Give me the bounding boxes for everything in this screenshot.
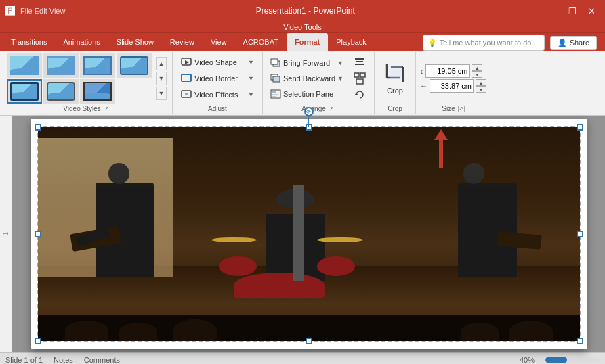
tab-view[interactable]: View (203, 33, 235, 51)
close-button[interactable]: ✕ (583, 3, 600, 19)
svg-rect-18 (356, 79, 363, 84)
style-thumb-2[interactable] (43, 53, 79, 78)
selection-pane-button[interactable]: Selection Pane (267, 87, 347, 101)
video-effects-arrow: ▼ (248, 91, 254, 98)
height-spin-up[interactable]: ▲ (472, 64, 482, 71)
svg-marker-1 (185, 60, 189, 64)
scroll-down-button[interactable]: ▼ (156, 72, 167, 85)
thumb-inner-4 (120, 56, 148, 75)
thumb-inner-2 (47, 56, 75, 75)
style-thumb-7[interactable] (80, 79, 115, 104)
style-scroll-buttons: ▲ ▼ ▼ (154, 57, 167, 100)
video-styles-label: Video Styles ↗ (7, 104, 167, 112)
svg-rect-12 (272, 96, 276, 97)
title-bar-left: 🅿 File Edit View (5, 5, 65, 16)
svg-rect-17 (360, 73, 365, 77)
size-group: ↕ ▲ ▼ ↔ ▲ ▼ Size ↗ (416, 52, 491, 114)
bring-forward-button[interactable]: Bring Forward ▼ (267, 55, 347, 70)
rotate-button[interactable] (352, 87, 370, 102)
arrow-head-up (434, 129, 448, 140)
video-border-button[interactable]: Video Border ▼ (177, 71, 258, 86)
style-thumb-6[interactable] (43, 79, 79, 104)
width-input[interactable] (430, 79, 474, 93)
tab-review[interactable]: Review (162, 33, 203, 51)
width-input-row: ↔ ▲ ▼ (420, 79, 486, 93)
svg-rect-13 (355, 58, 364, 60)
svg-rect-11 (272, 94, 278, 95)
handle-bottom-left[interactable] (35, 338, 41, 344)
ribbon-tabs: Transitions Animations Slide Show Review… (0, 33, 605, 51)
drum-kit (211, 234, 363, 298)
lightbulb-icon: 💡 (427, 39, 437, 47)
style-thumb-row-2 (7, 79, 152, 104)
video-effects-button[interactable]: Video Effects ▼ (177, 87, 258, 102)
crop-label: Crop (379, 104, 411, 112)
size-expand[interactable]: ↗ (458, 106, 465, 112)
thumb-inner-1 (10, 56, 39, 75)
height-spin-down[interactable]: ▼ (472, 71, 482, 78)
svg-rect-8 (273, 76, 280, 82)
align-icon (354, 56, 366, 68)
app-title: Presentation1 - PowerPoint (65, 6, 545, 16)
width-spin-up[interactable]: ▲ (476, 79, 486, 86)
crop-button[interactable]: Crop (379, 60, 411, 97)
video-styles-content: ▲ ▼ ▼ (7, 53, 167, 104)
style-thumb-4[interactable] (117, 53, 152, 78)
handle-top-right[interactable] (577, 124, 583, 131)
video-element[interactable]: ⟳ (37, 126, 581, 342)
svg-marker-19 (354, 93, 358, 95)
crop-icon (384, 63, 406, 85)
handle-middle-left[interactable] (35, 231, 41, 237)
tab-format[interactable]: Format (287, 33, 328, 51)
canvas-area: ⟳ (12, 116, 605, 352)
style-thumb-5[interactable] (7, 79, 42, 104)
zoom-fill (545, 357, 567, 363)
group-button[interactable] (352, 71, 370, 86)
tab-playback[interactable]: Playback (328, 33, 375, 51)
svg-rect-10 (272, 91, 276, 93)
handle-top-left[interactable] (35, 124, 41, 131)
svg-rect-14 (356, 61, 363, 62)
size-content: ↕ ▲ ▼ ↔ ▲ ▼ (420, 53, 486, 104)
style-thumb-3[interactable] (80, 53, 115, 78)
video-styles-expand[interactable]: ↗ (104, 106, 110, 112)
tab-animations[interactable]: Animations (55, 33, 108, 51)
rotation-line (308, 116, 309, 127)
arrange-label: Arrange ↗ (267, 104, 370, 112)
style-thumb-1[interactable] (7, 53, 42, 78)
height-input[interactable] (425, 64, 470, 78)
rotate-icon (354, 89, 366, 101)
restore-button[interactable]: ❐ (564, 3, 581, 19)
tell-me-placeholder: Tell me what you want to do... (440, 39, 538, 47)
svg-rect-24 (390, 66, 402, 79)
adjust-label: Adjust (177, 104, 258, 112)
group-icon (354, 72, 366, 85)
video-shape-button[interactable]: Video Shape ▼ (177, 55, 258, 70)
width-spin-down[interactable]: ▼ (476, 86, 486, 93)
align-button[interactable] (352, 55, 370, 70)
arrange-expand[interactable]: ↗ (329, 106, 335, 112)
scroll-up-button[interactable]: ▲ (156, 57, 167, 70)
tell-me-input[interactable]: 💡 Tell me what you want to do... (423, 35, 545, 51)
thumb-inner-5 (10, 82, 39, 101)
zoom-slider[interactable] (545, 357, 600, 363)
stage-light (38, 127, 580, 191)
slide-canvas: ⟳ (31, 119, 587, 349)
zoom-level: 40% (520, 356, 535, 364)
tab-transitions[interactable]: Transitions (3, 33, 55, 51)
send-backward-button[interactable]: Send Backward ▼ (267, 71, 347, 86)
handle-bottom-right[interactable] (577, 338, 583, 344)
arrow-shaft (439, 140, 443, 168)
share-button[interactable]: 👤 Share (550, 36, 597, 50)
rotation-circle[interactable]: ⟳ (304, 107, 314, 116)
height-spinner: ▲ ▼ (472, 64, 482, 78)
handle-middle-right[interactable] (577, 231, 583, 237)
thumb-inner-7 (83, 82, 112, 101)
tab-acrobat[interactable]: ACROBAT (235, 33, 287, 51)
tab-slide-show[interactable]: Slide Show (108, 33, 162, 51)
handle-bottom-center[interactable] (306, 338, 312, 344)
rotation-handle[interactable]: ⟳ (304, 107, 314, 127)
scroll-more-button[interactable]: ▼ (156, 87, 167, 100)
title-bar: 🅿 File Edit View Presentation1 - PowerPo… (0, 0, 605, 22)
minimize-button[interactable]: — (545, 3, 562, 19)
